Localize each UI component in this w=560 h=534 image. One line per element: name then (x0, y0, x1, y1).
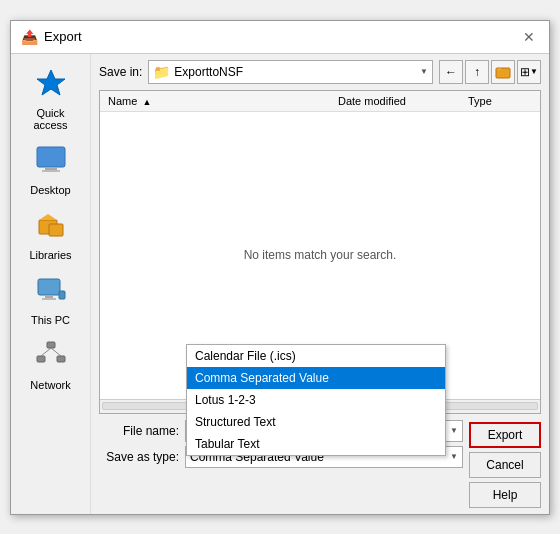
svg-rect-8 (49, 224, 63, 236)
dropdown-item-tabular[interactable]: Tabular Text (187, 433, 445, 455)
svg-rect-3 (45, 167, 57, 170)
network-icon (35, 338, 67, 377)
sidebar-item-network-label: Network (30, 379, 70, 391)
back-button[interactable]: ← (439, 60, 463, 84)
export-button[interactable]: Export (469, 422, 541, 448)
savetype-label: Save as type: (99, 450, 179, 464)
dropdown-item-calendar[interactable]: Calendar File (.ics) (187, 345, 445, 367)
up-button[interactable]: ↑ (465, 60, 489, 84)
sidebar-item-desktop-label: Desktop (30, 184, 70, 196)
button-col: Export Cancel Help (469, 420, 541, 508)
save-in-toolbar: ← ↑ ⊞▼ (439, 60, 541, 84)
bottom-section: File name: export.csv ▼ Save as type: Co… (99, 420, 541, 508)
title-bar-left: 📤 Export (21, 29, 82, 45)
svg-marker-7 (39, 214, 57, 220)
save-in-label: Save in: (99, 65, 142, 79)
savetype-dropdown: Calendar File (.ics) Comma Separated Val… (186, 344, 446, 456)
svg-rect-20 (57, 356, 65, 362)
help-button[interactable]: Help (469, 482, 541, 508)
save-in-select-text: 📁 ExporttoNSF (153, 64, 243, 80)
sidebar-item-quick-access-label: Quick access (20, 107, 82, 131)
quick-access-icon (35, 66, 67, 105)
dropdown-item-structured[interactable]: Structured Text (187, 411, 445, 433)
svg-rect-4 (42, 170, 60, 172)
sidebar-item-quick-access[interactable]: Quick access (16, 62, 86, 135)
svg-line-22 (41, 348, 51, 356)
svg-line-23 (51, 348, 61, 356)
sidebar-item-this-pc-label: This PC (31, 314, 70, 326)
sidebar-item-desktop[interactable]: Desktop (16, 139, 86, 200)
dialog-body: Quick access Desktop (11, 54, 549, 514)
save-in-dropdown-arrow: ▼ (420, 67, 428, 76)
svg-rect-16 (47, 342, 55, 348)
dropdown-item-lotus[interactable]: Lotus 1-2-3 (187, 389, 445, 411)
save-in-folder-name: ExporttoNSF (174, 65, 243, 79)
col-name-header[interactable]: Name ▲ (100, 93, 330, 109)
sidebar-item-network[interactable]: Network (16, 334, 86, 395)
this-pc-icon (35, 273, 67, 312)
svg-rect-14 (59, 291, 65, 299)
save-in-select[interactable]: 📁 ExporttoNSF ▼ (148, 60, 433, 84)
svg-rect-10 (38, 279, 60, 295)
views-button[interactable]: ⊞▼ (517, 60, 541, 84)
svg-rect-18 (37, 356, 45, 362)
dialog-title: Export (44, 29, 82, 44)
col-type-header[interactable]: Type (460, 93, 540, 109)
filename-dropdown-arrow: ▼ (450, 426, 458, 435)
export-dialog: 📤 Export ✕ Quick access (10, 20, 550, 515)
title-bar: 📤 Export ✕ (11, 21, 549, 54)
save-in-row: Save in: 📁 ExporttoNSF ▼ ← ↑ (99, 60, 541, 84)
sidebar: Quick access Desktop (11, 54, 91, 514)
sidebar-item-this-pc[interactable]: This PC (16, 269, 86, 330)
libraries-icon (35, 208, 67, 247)
file-list-header: Name ▲ Date modified Type (100, 91, 540, 112)
svg-rect-13 (42, 298, 56, 300)
col-date-header[interactable]: Date modified (330, 93, 460, 109)
desktop-icon (35, 143, 67, 182)
savetype-dropdown-arrow: ▼ (450, 452, 458, 461)
dropdown-item-csv[interactable]: Comma Separated Value (187, 367, 445, 389)
dialog-icon: 📤 (21, 29, 38, 45)
svg-rect-1 (37, 147, 65, 167)
svg-marker-0 (37, 70, 65, 95)
no-items-message: No items match your search. (244, 248, 397, 262)
sidebar-item-libraries[interactable]: Libraries (16, 204, 86, 265)
close-button[interactable]: ✕ (519, 27, 539, 47)
new-folder-button[interactable] (491, 60, 515, 84)
save-in-folder-icon: 📁 (153, 64, 170, 80)
sidebar-item-libraries-label: Libraries (29, 249, 71, 261)
cancel-button[interactable]: Cancel (469, 452, 541, 478)
filename-label: File name: (99, 424, 179, 438)
main-area: Save in: 📁 ExporttoNSF ▼ ← ↑ (91, 54, 549, 514)
svg-rect-12 (45, 295, 53, 298)
